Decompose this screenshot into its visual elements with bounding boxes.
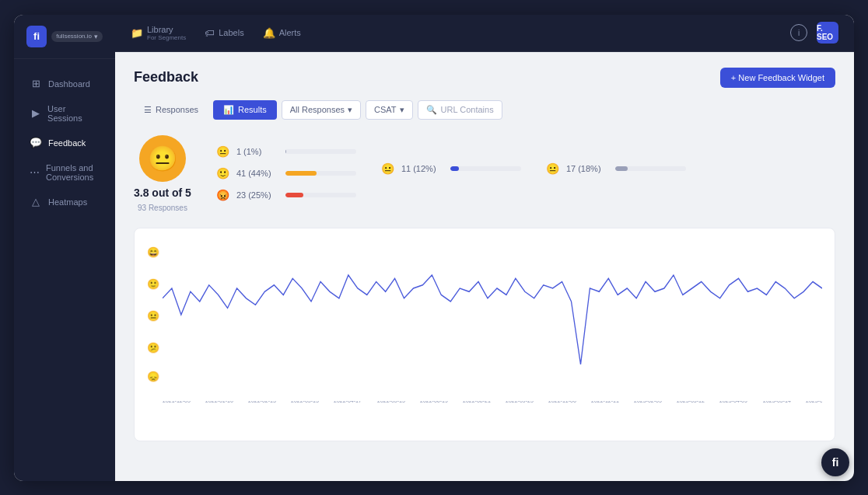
y-label-2: 😕 — [147, 343, 159, 353]
rating-row-2: 🙂 41 (44%) — [216, 167, 356, 180]
x-label: 2022-03-13 — [291, 401, 319, 404]
y-label-5: 😄 — [147, 247, 159, 257]
workspace-name: fullsession.io — [56, 33, 92, 40]
bar-fill-1 — [285, 149, 286, 154]
y-label-1: 😞 — [147, 371, 159, 382]
csat-chevron-icon: ▾ — [400, 105, 404, 115]
emoji-6: 😐 — [546, 162, 560, 175]
label-3: 23 (25%) — [236, 190, 279, 200]
chart-container: 😄 🙂 😐 😕 😞 2021-12-052022-01-162022-02-13… — [134, 228, 835, 442]
workspace-chevron: ▾ — [94, 33, 98, 40]
labels-icon: 🏷 — [205, 27, 215, 39]
results-icon: 📊 — [223, 105, 234, 115]
rating-bars-col3: 😐 17 (18%) — [546, 162, 686, 184]
url-search-box[interactable]: 🔍 URL Contains — [418, 100, 502, 120]
line-chart — [163, 241, 822, 396]
x-label: 2022-05-15 — [377, 401, 405, 404]
tab-responses[interactable]: ☰ Responses — [134, 100, 208, 120]
search-placeholder: URL Contains — [441, 105, 494, 114]
x-label: 2022-02-13 — [248, 401, 276, 404]
nav-library[interactable]: 📁 Library For Segments — [131, 25, 186, 41]
feedback-icon: 💬 — [30, 137, 42, 149]
search-icon: 🔍 — [426, 105, 437, 115]
logo-icon: fi — [26, 26, 47, 47]
x-label: 2022-04-17 — [334, 401, 362, 404]
rating-score: 3.8 out of 5 — [134, 186, 191, 199]
dashboard-icon: ⊞ — [30, 78, 42, 90]
overall-emoji: 😐 — [139, 135, 186, 182]
bar-container-1 — [285, 149, 356, 154]
library-icon: 📁 — [131, 27, 143, 39]
sidebar: fi fullsession.io ▾ ⊞ Dashboard ▶ User S… — [14, 15, 115, 481]
x-label: 2023-02-05 — [634, 401, 662, 404]
chart-line — [163, 275, 822, 364]
bar-container-3 — [285, 193, 356, 197]
workspace-badge[interactable]: fullsession.io ▾ — [51, 31, 103, 42]
rating-bars-col2: 😐 11 (12%) — [381, 162, 521, 184]
bar-fill-2 — [285, 171, 317, 176]
x-label: 2022-08-21 — [463, 401, 491, 404]
bar-fill-6 — [615, 166, 628, 171]
chart-svg-container: 2021-12-052022-01-162022-02-132022-03-13… — [163, 241, 822, 429]
nav-alerts[interactable]: 🔔 Alerts — [263, 27, 301, 39]
all-responses-label: All Responses — [290, 105, 345, 114]
floating-logo-icon: fi — [832, 456, 839, 469]
y-label-3: 😐 — [147, 311, 159, 321]
floating-logo: fi — [821, 448, 849, 476]
sidebar-item-feedback[interactable]: 💬 Feedback — [17, 131, 112, 155]
x-label: 2022-06-19 — [420, 401, 448, 404]
chart-y-axis: 😄 🙂 😐 😕 😞 — [147, 241, 159, 429]
page-header: Feedback + New Feedback Widget — [134, 68, 835, 88]
sidebar-nav: ⊞ Dashboard ▶ User Sessions 💬 Feedback ⋯… — [14, 59, 115, 227]
rating-row-1: 😐 1 (1%) — [216, 145, 356, 158]
heatmaps-icon: △ — [30, 196, 42, 208]
bar-container-2 — [285, 171, 356, 176]
x-label: 2023-03-12 — [677, 401, 705, 404]
x-label: 2022-12-11 — [591, 401, 619, 404]
content-area: Feedback + New Feedback Widget ☰ Respons… — [115, 52, 854, 481]
sidebar-item-user-sessions[interactable]: ▶ User Sessions — [17, 98, 112, 129]
tab-results[interactable]: 📊 Results — [213, 100, 277, 120]
sidebar-item-heatmaps[interactable]: △ Heatmaps — [17, 190, 112, 214]
y-label-4: 🙂 — [147, 279, 159, 289]
tabs-bar: ☰ Responses 📊 Results All Responses ▾ CS… — [134, 100, 835, 120]
alerts-label: Alerts — [279, 28, 301, 37]
labels-label: Labels — [219, 28, 243, 37]
all-responses-dropdown[interactable]: All Responses ▾ — [282, 100, 361, 120]
topbar: 📁 Library For Segments 🏷 Labels 🔔 Alerts… — [115, 15, 854, 52]
info-icon[interactable]: i — [790, 24, 807, 41]
funnels-icon: ⋯ — [30, 166, 40, 179]
rating-bars-col1: 😐 1 (1%) 🙂 41 (44%) 😡 — [216, 145, 356, 201]
sidebar-item-funnels[interactable]: ⋯ Funnels and Conversions — [17, 157, 112, 188]
user-sessions-icon: ▶ — [30, 107, 41, 120]
nav-labels[interactable]: 🏷 Labels — [205, 27, 243, 39]
x-label: 2022-11-06 — [548, 401, 576, 404]
rating-row-6: 😐 17 (18%) — [546, 162, 686, 175]
topbar-right: i F. SEO — [790, 22, 838, 44]
responses-icon: ☰ — [144, 105, 152, 115]
csat-label: CSAT — [374, 105, 397, 114]
emoji-4: 😐 — [381, 162, 395, 175]
stats-section: 😐 3.8 out of 5 93 Responses 😐 1 (1%) 🙂 — [134, 135, 835, 212]
user-avatar[interactable]: F. SEO — [817, 22, 838, 44]
emoji-3: 😡 — [216, 189, 230, 201]
x-label: 2023-06-18 — [806, 401, 822, 404]
sidebar-label-user-sessions: User Sessions — [47, 104, 100, 123]
library-sublabel: For Segments — [147, 34, 186, 41]
label-1: 1 (1%) — [236, 147, 279, 156]
new-feedback-widget-button[interactable]: + New Feedback Widget — [720, 68, 835, 88]
label-4: 11 (12%) — [401, 164, 444, 173]
page-title: Feedback — [134, 69, 198, 85]
emoji-1: 😐 — [216, 145, 230, 158]
bar-container-6 — [615, 166, 686, 171]
library-label: Library — [147, 25, 186, 34]
x-label: 2022-01-16 — [205, 401, 233, 404]
chart-wrapper: 😄 🙂 😐 😕 😞 2021-12-052022-01-162022-02-13… — [147, 241, 822, 429]
rating-row-4: 😐 11 (12%) — [381, 162, 521, 175]
logo-area: fi fullsession.io ▾ — [14, 15, 115, 59]
x-label: 2021-12-05 — [163, 401, 191, 404]
label-2: 41 (44%) — [236, 169, 279, 178]
x-label: 2023-05-14 — [763, 401, 791, 404]
sidebar-item-dashboard[interactable]: ⊞ Dashboard — [17, 71, 112, 96]
csat-dropdown[interactable]: CSAT ▾ — [366, 100, 413, 120]
